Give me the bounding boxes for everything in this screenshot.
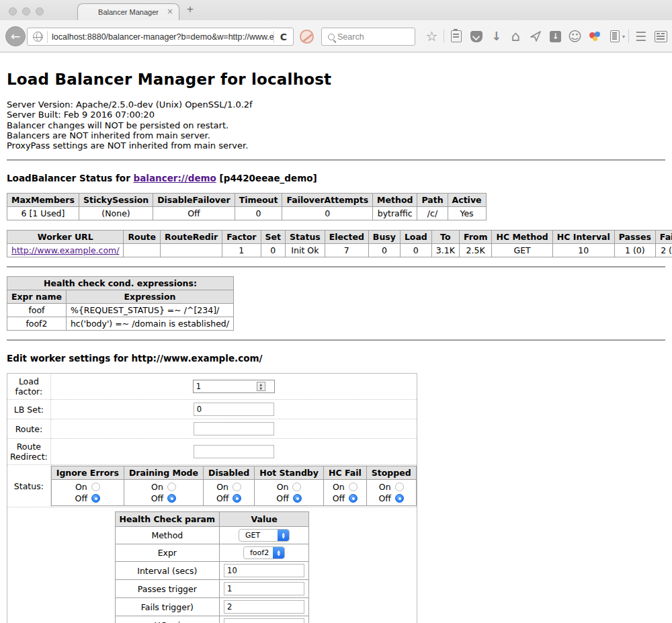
status-row: Status: Ignore Errors Draining Mode Disa… <box>7 465 417 507</box>
interval-row: Interval (secs) <box>115 562 309 580</box>
hc-fail-on-radio[interactable] <box>349 483 358 491</box>
chevron-down-icon[interactable]: ▾ <box>622 34 625 40</box>
tab-title: Balancer Manager <box>98 8 159 16</box>
route-input[interactable] <box>194 422 274 435</box>
window-zoom-button[interactable] <box>36 7 44 15</box>
table-header-row: Worker URL Route RouteRedir Factor Set S… <box>7 231 672 244</box>
tab-close-icon[interactable]: × <box>167 7 173 16</box>
health-check-row: Health Check param Value Method GET ▲▼ <box>7 507 417 623</box>
hc-uri-input[interactable] <box>224 618 304 623</box>
feedback-smiley-icon[interactable]: ☺ <box>565 30 585 43</box>
route-redirect-input[interactable] <box>194 445 274 458</box>
route-redirect-row: Route Redirect: <box>7 439 417 465</box>
interval-input[interactable] <box>224 564 304 577</box>
draining-mode-off-radio[interactable] <box>167 494 176 503</box>
number-stepper-icon[interactable]: ▲▼ <box>257 382 265 391</box>
site-identity-globe-icon[interactable] <box>33 32 43 42</box>
lb-set-input[interactable] <box>194 403 274 416</box>
pocket-icon[interactable] <box>470 31 482 42</box>
worker-settings-form: Load factor: ▲▼ LB Set: Route: Route Red… <box>7 373 417 623</box>
ignore-errors-off-radio[interactable] <box>91 494 100 503</box>
browser-navbar: ← localhost:8880/balancer-manager?b=demo… <box>0 20 672 52</box>
disabled-off-radio[interactable] <box>233 494 241 503</box>
table-row: foof2 hc('body') =~ /domain is establish… <box>7 317 234 331</box>
send-tab-icon[interactable] <box>530 30 542 42</box>
load-factor-row: Load factor: ▲▼ <box>7 374 417 400</box>
disabled-on-radio[interactable] <box>233 483 241 491</box>
table-header-row: Ignore Errors Draining Mode Disabled Hot… <box>51 466 416 480</box>
downloads-icon[interactable]: ↓ <box>487 30 506 42</box>
expr-label: Expr <box>115 544 220 562</box>
status-label: Status: <box>7 465 51 507</box>
hot-standby-off-radio[interactable] <box>293 494 302 503</box>
loadbalancer-status-heading: LoadBalancer Status for balancer://demo … <box>7 173 665 183</box>
passes-label: Passes trigger <box>115 580 220 598</box>
hc-fail-off-radio[interactable] <box>349 494 358 503</box>
table-row: http://www.example.com/ 1 0 Init Ok 7 0 … <box>7 244 672 257</box>
history-clipboard-icon[interactable] <box>451 30 462 42</box>
passes-input[interactable] <box>224 582 304 595</box>
bookmark-star-icon[interactable]: ☆ <box>422 30 442 43</box>
method-row: Method GET ▲▼ <box>115 527 309 544</box>
load-factor-label: Load factor: <box>7 374 51 400</box>
status-radio-table: Ignore Errors Draining Mode Disabled Hot… <box>51 466 417 506</box>
method-label: Method <box>115 527 220 544</box>
table-row: 6 [1 Used] (None) Off 0 0 bytraffic /c/ … <box>7 207 487 220</box>
persist-note-line: Balancer changes will NOT be persisted o… <box>7 120 665 130</box>
draining-mode-on-radio[interactable] <box>167 483 176 491</box>
new-tab-button[interactable]: + <box>187 3 194 16</box>
toolbar-icons: ☆ ↓ ⌂ ☺ ▾ ☰ <box>422 20 671 52</box>
select-chevrons-icon: ▲▼ <box>278 530 289 541</box>
hc-uri-row: HC uri <box>115 616 309 623</box>
worker-status-table: Worker URL Route RouteRedir Factor Set S… <box>7 230 672 257</box>
reload-icon[interactable]: C <box>274 32 293 42</box>
divider <box>7 266 665 267</box>
home-icon[interactable]: ⌂ <box>506 30 526 44</box>
interval-label: Interval (secs) <box>115 562 220 580</box>
route-label: Route: <box>7 419 51 439</box>
ignore-errors-on-radio[interactable] <box>91 483 100 491</box>
radio-row: On Off On Off On Off On <box>51 480 416 506</box>
lb-set-label: LB Set: <box>7 400 51 419</box>
search-icon <box>328 34 335 40</box>
fails-label: Fails trigger) <box>115 598 220 616</box>
url-bar[interactable]: localhost:8880/balancer-manager?b=demo&w… <box>27 28 294 46</box>
hc-expr-title: Health check cond. expressions: <box>7 277 234 290</box>
window-close-button[interactable] <box>9 7 17 15</box>
stopped-off-radio[interactable] <box>395 494 404 503</box>
save-to-device-icon[interactable] <box>550 31 561 42</box>
search-placeholder[interactable]: Search <box>337 32 364 42</box>
route-redirect-label: Route Redirect: <box>7 439 51 465</box>
window-controls[interactable] <box>9 7 44 15</box>
route-row: Route: <box>7 419 417 439</box>
lb-set-row: LB Set: <box>7 400 417 419</box>
table-header-row: MaxMembers StickySession DisableFailover… <box>7 194 487 207</box>
window-minimize-button[interactable] <box>22 7 30 15</box>
divider <box>7 159 665 161</box>
tab-groups-icon[interactable] <box>655 31 667 42</box>
browser-tab[interactable]: Balancer Manager × <box>77 3 179 20</box>
hc-uri-label: HC uri <box>115 616 220 623</box>
fails-row: Fails trigger) <box>115 598 309 616</box>
method-select[interactable]: GET ▲▼ <box>239 529 290 542</box>
stopped-on-radio[interactable] <box>395 483 404 491</box>
back-button[interactable]: ← <box>5 26 26 46</box>
page-title: Load Balancer Manager for localhost <box>7 71 665 88</box>
balancer-link[interactable]: balancer://demo <box>134 173 216 183</box>
notes-extension-icon[interactable] <box>610 30 620 42</box>
server-version-line: Server Version: Apache/2.5.0-dev (Unix) … <box>7 99 665 110</box>
expr-select[interactable]: foof2 ▲▼ <box>243 546 285 559</box>
fails-input[interactable] <box>224 600 304 614</box>
worker-url-link[interactable]: http://www.example.com/ <box>11 245 119 255</box>
hot-standby-on-radio[interactable] <box>292 483 301 491</box>
edit-worker-heading: Edit worker settings for http://www.exam… <box>7 353 665 364</box>
content-blocker-icon[interactable] <box>300 30 314 44</box>
search-bar[interactable]: Search <box>321 28 415 46</box>
table-header-row: Health Check param Value <box>115 512 309 527</box>
extension-dots-icon[interactable] <box>589 30 601 42</box>
server-built-line: Server Built: Feb 9 2016 07:00:20 <box>7 110 665 120</box>
menu-hamburger-icon[interactable]: ☰ <box>631 30 650 43</box>
table-header-row: Expr name Expression <box>7 290 234 304</box>
url-text[interactable]: localhost:8880/balancer-manager?b=demo&w… <box>48 32 274 42</box>
table-row: foof %{REQUEST_STATUS} =~ /^[234]/ <box>7 304 234 317</box>
